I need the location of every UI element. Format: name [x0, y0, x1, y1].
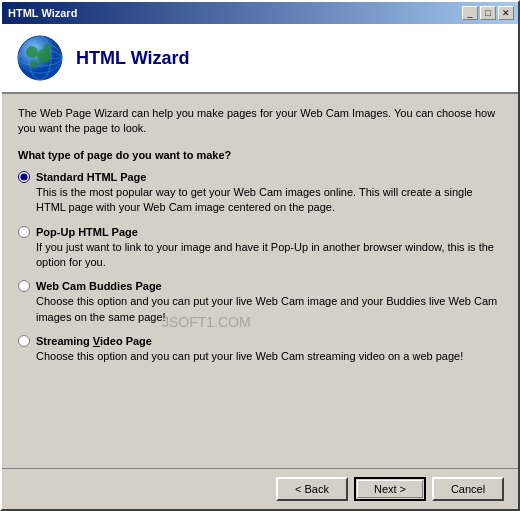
svg-point-7: [44, 44, 52, 52]
header-section: HTML Wizard: [2, 24, 518, 94]
globe-icon: [16, 34, 64, 82]
body-section: The Web Page Wizard can help you make pa…: [2, 94, 518, 468]
close-button[interactable]: ✕: [498, 6, 514, 20]
maximize-button[interactable]: □: [480, 6, 496, 20]
option-streaming-desc: Choose this option and you can put your …: [36, 349, 502, 364]
next-button-label: Next >: [374, 483, 406, 495]
option-buddies: Web Cam Buddies Page Choose this option …: [18, 280, 502, 325]
option-streaming-row: Streaming Video Page: [18, 335, 502, 347]
option-buddies-row: Web Cam Buddies Page: [18, 280, 502, 292]
option-popup-desc: If you just want to link to your image a…: [36, 240, 502, 271]
option-buddies-label[interactable]: Web Cam Buddies Page: [36, 280, 162, 292]
cancel-button-label: Cancel: [451, 483, 485, 495]
content-area: HTML Wizard The Web Page Wizard can help…: [2, 24, 518, 509]
header-title: HTML Wizard: [76, 48, 190, 69]
option-standard-desc: This is the most popular way to get your…: [36, 185, 502, 216]
question-text: What type of page do you want to make?: [18, 149, 502, 161]
option-standard-radio[interactable]: [18, 171, 30, 183]
cancel-button[interactable]: Cancel: [432, 477, 504, 501]
svg-point-4: [26, 46, 38, 58]
back-button-label: < Back: [295, 483, 329, 495]
title-bar-text: HTML Wizard: [8, 7, 77, 19]
back-button[interactable]: < Back: [276, 477, 348, 501]
svg-point-6: [30, 60, 38, 68]
footer: < Back Next > Cancel: [2, 468, 518, 509]
option-popup-row: Pop-Up HTML Page: [18, 226, 502, 238]
title-bar-buttons: _ □ ✕: [462, 6, 514, 20]
option-streaming: Streaming Video Page Choose this option …: [18, 335, 502, 364]
option-popup: Pop-Up HTML Page If you just want to lin…: [18, 226, 502, 271]
option-buddies-desc: Choose this option and you can put your …: [36, 294, 502, 325]
main-window: HTML Wizard _ □ ✕: [0, 0, 520, 511]
option-streaming-label[interactable]: Streaming Video Page: [36, 335, 152, 347]
option-standard-row: Standard HTML Page: [18, 171, 502, 183]
option-standard-label[interactable]: Standard HTML Page: [36, 171, 146, 183]
option-popup-radio[interactable]: [18, 226, 30, 238]
title-bar: HTML Wizard _ □ ✕: [2, 2, 518, 24]
intro-text: The Web Page Wizard can help you make pa…: [18, 106, 502, 137]
option-buddies-radio[interactable]: [18, 280, 30, 292]
option-popup-label[interactable]: Pop-Up HTML Page: [36, 226, 138, 238]
option-streaming-radio[interactable]: [18, 335, 30, 347]
next-button[interactable]: Next >: [354, 477, 426, 501]
minimize-button[interactable]: _: [462, 6, 478, 20]
radio-group: Standard HTML Page This is the most popu…: [18, 171, 502, 365]
option-standard: Standard HTML Page This is the most popu…: [18, 171, 502, 216]
